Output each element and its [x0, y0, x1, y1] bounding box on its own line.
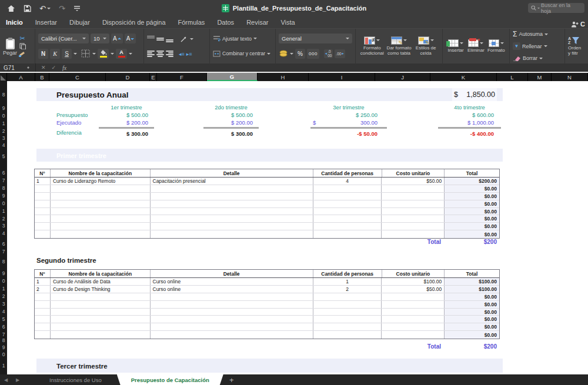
row-header[interactable]: 4 — [0, 142, 7, 148]
menu-tab-dibujar[interactable]: Dibujar — [69, 19, 90, 26]
orientation-caret[interactable] — [190, 38, 193, 42]
cell-detalle[interactable] — [151, 208, 313, 215]
row-header[interactable]: 6 — [0, 170, 7, 176]
column-header-e[interactable]: E — [150, 73, 157, 81]
cell-cantidad[interactable]: 1 — [313, 278, 382, 285]
cell-total[interactable]: $0.00 — [445, 316, 499, 323]
row-header[interactable]: 9 — [0, 344, 7, 350]
font-color-caret[interactable] — [129, 53, 132, 56]
decrease-font-icon[interactable]: A — [125, 34, 136, 43]
row-header[interactable]: 2 — [0, 293, 7, 299]
cell-cantidad[interactable] — [313, 200, 382, 207]
cell-nombre[interactable] — [51, 331, 151, 339]
cell-nombre[interactable]: Curso de Liderazgo Remoto — [51, 178, 151, 185]
cell-detalle[interactable] — [151, 316, 313, 323]
cell-cantidad[interactable] — [313, 208, 382, 215]
quarter-presupuesto-value[interactable]: $ 500.00 — [99, 112, 154, 119]
cell-costo[interactable]: $50.00 — [382, 286, 445, 293]
cell-cantidad[interactable] — [313, 331, 382, 339]
quarter-presupuesto-value[interactable]: $ 250.00 — [310, 112, 387, 119]
tab-scroll-right-icon[interactable]: ▶ — [12, 374, 24, 385]
row-header[interactable]: 6 — [0, 241, 7, 247]
cell-styles-button[interactable]: ✎ Estilos de celda — [412, 36, 439, 56]
sheet-tab-presupuesto-de-capacitaci-n[interactable]: Presupuesto de Capacitación — [117, 374, 223, 385]
cell-detalle[interactable]: Capacitación presencial — [151, 178, 313, 185]
row-header[interactable]: 2 — [0, 128, 7, 134]
cell-detalle[interactable] — [151, 230, 313, 238]
cell-n[interactable] — [35, 193, 51, 200]
align-left-icon[interactable] — [147, 51, 155, 57]
cell-cantidad[interactable] — [313, 301, 382, 308]
cell-cantidad[interactable] — [313, 223, 382, 230]
cell-total[interactable]: $0.00 — [445, 200, 499, 207]
cell-n[interactable] — [35, 301, 51, 308]
cell-costo[interactable] — [382, 230, 445, 238]
cell-total[interactable]: $0.00 — [445, 323, 499, 330]
copy-icon[interactable] — [19, 43, 26, 49]
cell-total[interactable]: $100.00 — [445, 286, 499, 293]
align-right-icon[interactable] — [166, 51, 173, 57]
fill-color-caret[interactable] — [111, 53, 114, 56]
name-box-stepper[interactable] — [27, 65, 29, 70]
row-header[interactable]: 8 — [0, 92, 7, 98]
cell-detalle[interactable] — [151, 215, 313, 222]
section-table-2[interactable]: N°Nombre de la capacitaciónDetalleCantid… — [34, 269, 500, 339]
underline-button[interactable]: S — [62, 49, 72, 59]
cell-total[interactable]: $0.00 — [445, 301, 499, 308]
row-header[interactable]: 1 — [0, 286, 7, 292]
annual-budget-band[interactable]: Presupuesto Anual $ 1,850.00 — [36, 88, 503, 101]
merge-center-button[interactable]: Combinar y centrar — [213, 51, 272, 57]
autosum-button[interactable]: Σ Autosuma — [513, 31, 562, 37]
cell-nombre[interactable] — [51, 215, 151, 222]
section-total-value[interactable]: $200 — [416, 343, 497, 350]
fx-icon[interactable]: fx — [59, 65, 70, 71]
cell-n[interactable] — [35, 185, 51, 192]
row-header[interactable]: 7 — [0, 249, 7, 255]
cell-detalle[interactable] — [151, 193, 313, 200]
row-header[interactable]: 5 — [0, 153, 7, 159]
redo-icon[interactable]: ↷ — [59, 4, 65, 13]
row-header[interactable]: 1 — [0, 363, 7, 369]
cell-costo[interactable] — [382, 301, 445, 308]
menu-tab-revisar[interactable]: Revisar — [246, 19, 268, 26]
quarter-diferencia-value[interactable]: $ 300.00 — [203, 130, 259, 138]
menu-tab-inicio[interactable]: Inicio — [6, 19, 23, 26]
row-header[interactable]: 7 — [0, 178, 7, 183]
menu-tab-datos[interactable]: Datos — [217, 19, 234, 26]
comma-style-button[interactable]: 000 — [307, 49, 319, 59]
cell-total[interactable]: $0.00 — [445, 223, 499, 230]
number-format-select[interactable]: General — [279, 34, 352, 43]
decrease-indent-icon[interactable]: ◂≡ — [179, 51, 185, 57]
cell-costo[interactable] — [382, 331, 445, 339]
cell-n[interactable] — [35, 215, 51, 222]
column-header-b[interactable]: B — [35, 73, 49, 81]
quarter-diferencia-value[interactable]: -$ 400.00 — [438, 130, 501, 138]
borders-icon[interactable] — [81, 49, 91, 58]
cell-cantidad[interactable] — [313, 193, 382, 200]
cell-n[interactable] — [35, 316, 51, 323]
bold-button[interactable]: N — [38, 49, 48, 59]
cell-n[interactable] — [35, 293, 51, 300]
cell-total[interactable]: $0.00 — [445, 185, 499, 192]
enter-icon[interactable]: ✓ — [49, 65, 59, 71]
quarter-presupuesto-value[interactable]: $ 600.00 — [438, 112, 501, 119]
quarter-ejecutado-value[interactable]: $ 1,000.00 — [438, 119, 501, 127]
row-header[interactable]: 0 — [0, 200, 7, 206]
cell-costo[interactable] — [382, 293, 445, 300]
add-sheet-button[interactable]: + — [223, 374, 240, 385]
currency-icon[interactable] — [279, 50, 288, 57]
row-header[interactable]: 9 — [0, 193, 7, 199]
cell-costo[interactable]: $50.00 — [382, 178, 445, 185]
cell-detalle[interactable] — [151, 200, 313, 207]
quarter-ejecutado-value[interactable]: $300.00 — [310, 119, 387, 127]
summary-label-presupuesto[interactable]: Presupuesto — [56, 112, 98, 119]
cell-nombre[interactable] — [51, 323, 151, 330]
align-bottom-icon[interactable] — [166, 36, 173, 42]
row-header[interactable]: 0 — [0, 113, 7, 119]
cell-nombre[interactable] — [51, 293, 151, 300]
delete-cells-button[interactable]: × Eliminar — [466, 39, 486, 53]
insert-cells-button[interactable]: Insertar — [446, 39, 466, 53]
cell-nombre[interactable] — [51, 208, 151, 215]
cell-costo[interactable] — [382, 215, 445, 222]
quarter-diferencia-value[interactable]: -$ 50.00 — [310, 130, 387, 138]
